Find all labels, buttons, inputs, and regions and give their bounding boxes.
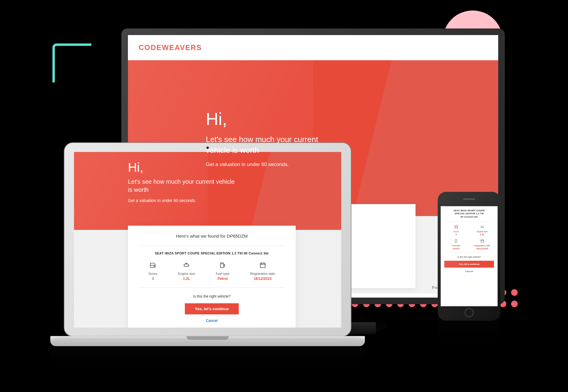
spec-regdate: Registration date 16/12/2015 [250, 262, 275, 281]
spec-engine: Engine size 1.2L [178, 262, 195, 281]
door-icon [149, 262, 156, 269]
vehicle-name: SEAT IBIZA SPORT COUPE SPECIAL EDITION 1… [138, 251, 285, 255]
svg-rect-2 [260, 263, 265, 268]
vehicle-specs: Doors 3 Engine size 1.2L Fuel type Petro… [444, 221, 494, 253]
fuel-icon [219, 262, 226, 269]
calendar-icon [480, 239, 484, 243]
vehicle-name: SEAT IBIZA SPORT COUPE SPECIAL EDITION 1… [444, 209, 494, 218]
continue-button[interactable]: Yes, let's continue [185, 303, 239, 314]
confirm-question: Is this the right vehicle? [138, 294, 285, 298]
vehicle-specs: Doors 3 Engine size 1.2L Fuel type Petro… [138, 262, 285, 288]
laptop-device: Hi, Let's see how much your current vehi… [50, 142, 365, 346]
result-card: Here's what we found for DP65DZM SEAT IB… [128, 226, 296, 328]
svg-rect-4 [481, 240, 484, 242]
engine-icon [480, 225, 484, 229]
decorative-bracket [52, 43, 91, 82]
spec-doors: Doors 3 [149, 262, 157, 281]
laptop-screen: Hi, Let's see how much your current vehi… [74, 152, 341, 328]
result-heading: Here's what we found for DP65DZM [138, 233, 285, 239]
hero-subheading: Let's see how much your current vehicle … [128, 178, 236, 194]
cancel-link[interactable]: Cancel [138, 319, 285, 323]
spec-doors: Doors 3 [444, 225, 468, 236]
spec-engine: Engine size 1.2L [470, 225, 494, 236]
phone-device: SEAT IBIZA SPORT COUPE SPECIAL EDITION 1… [438, 192, 501, 321]
cancel-link[interactable]: Cancel [444, 270, 494, 273]
hero-greeting: Hi, [128, 160, 341, 175]
spec-regdate: Registration date 16/12/2015 [470, 239, 494, 250]
hero-greeting: Hi, [206, 109, 498, 129]
brand-logo: CODEWEAVERS [139, 43, 202, 52]
continue-button[interactable]: Yes, let's continue [444, 261, 494, 268]
confirm-question: Is this the right vehicle? [444, 256, 494, 258]
spec-fuel: Fuel type Petrol [444, 239, 468, 250]
result-card: SEAT IBIZA SPORT COUPE SPECIAL EDITION 1… [441, 206, 498, 276]
fuel-icon [454, 239, 458, 243]
hero-subheading: Let's see how much your current vehicle … [206, 134, 338, 155]
hero-tagline: Get a valuation in under 60 seconds. [128, 198, 341, 203]
svg-rect-3 [455, 240, 457, 242]
spec-fuel: Fuel type Petrol [216, 262, 229, 281]
hero-section: Hi, Let's see how much your current vehi… [74, 152, 341, 230]
phone-screen: SEAT IBIZA SPORT COUPE SPECIAL EDITION 1… [441, 206, 498, 306]
app-header: CODEWEAVERS [128, 35, 498, 60]
calendar-icon [259, 262, 266, 269]
engine-icon [183, 262, 190, 269]
svg-point-0 [154, 266, 154, 266]
door-icon [454, 225, 458, 229]
